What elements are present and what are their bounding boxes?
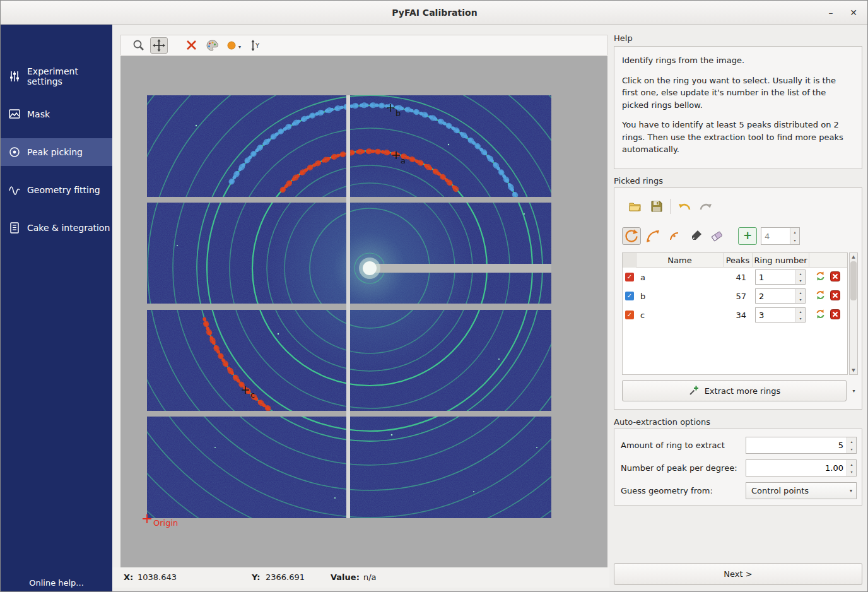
extract-plus-icon	[688, 385, 700, 396]
spin-down-icon[interactable]: ▾	[847, 446, 856, 454]
new-ring-number-input[interactable]	[761, 228, 790, 244]
table-row[interactable]: ✓ a 41 ▴▾	[623, 268, 847, 287]
scrollbar-thumb[interactable]	[850, 261, 857, 300]
header-peaks: Peaks	[724, 253, 753, 268]
add-ring-button[interactable]: +	[738, 227, 757, 245]
pick-full-ring-tool[interactable]	[622, 227, 641, 245]
refresh-icon	[815, 271, 826, 281]
table-row[interactable]: ✓ b 57 ▴▾	[623, 287, 847, 305]
table-header-row: Name Peaks Ring number	[623, 253, 847, 268]
online-help-link[interactable]: Online help...	[1, 578, 112, 588]
close-button[interactable]: ✕	[843, 1, 864, 25]
check-icon: ✓	[625, 311, 634, 319]
spin-down-icon[interactable]: ▾	[796, 277, 805, 284]
ring-number-input[interactable]	[756, 308, 795, 322]
ring-visible-checkbox[interactable]: ✓	[625, 273, 634, 281]
status-y-label: Y:	[252, 567, 260, 588]
eraser-tool[interactable]	[708, 227, 727, 245]
crosshair-color-button[interactable]	[183, 37, 201, 54]
delete-icon	[830, 271, 840, 281]
minimize-button[interactable]: –	[821, 1, 841, 25]
folder-open-icon	[628, 199, 642, 213]
arc-tool-icon	[645, 228, 660, 244]
peak-per-degree-label: Number of peak per degree:	[621, 459, 737, 477]
refresh-ring-button[interactable]	[815, 271, 826, 283]
help-paragraph: You have to identify at least 5 peaks di…	[622, 119, 854, 156]
sidebar-item-label: Peak picking	[27, 147, 83, 157]
table-scrollbar[interactable]: ▲ ▼	[849, 252, 858, 375]
pan-tool-button[interactable]	[150, 37, 168, 54]
ring-label-c: c	[250, 390, 255, 400]
ring-name: c	[636, 311, 724, 320]
help-title: Help	[614, 33, 633, 43]
pick-arc-tool[interactable]	[643, 227, 662, 245]
extract-options-caret-icon[interactable]: ▾	[849, 380, 859, 401]
status-x-label: X:	[124, 567, 133, 588]
auto-extraction-title: Auto-extraction options	[614, 417, 710, 427]
save-ring-file-button[interactable]	[648, 199, 665, 214]
ring-visible-checkbox[interactable]: ✓	[625, 292, 634, 300]
scroll-up-icon[interactable]: ▲	[850, 253, 857, 261]
spin-up-icon[interactable]: ▴	[790, 228, 799, 236]
zoom-tool-button[interactable]	[130, 37, 148, 54]
refresh-ring-button[interactable]	[815, 290, 826, 302]
sidebar-item-peak-picking[interactable]: Peak picking	[1, 138, 112, 166]
magnifier-icon	[132, 38, 146, 52]
check-icon: ✓	[625, 292, 634, 300]
delete-ring-button[interactable]	[830, 290, 840, 302]
ring-number-spinbox: ▴▾	[755, 288, 806, 304]
spin-up-icon[interactable]: ▴	[847, 437, 856, 446]
diffraction-plot[interactable]: a b c Origin	[120, 56, 607, 567]
y-axis-orientation-button[interactable]: Y	[247, 37, 265, 54]
spin-down-icon[interactable]: ▾	[790, 236, 799, 244]
help-box: Identify rings from the image. Click on …	[614, 46, 862, 169]
combobox-caret-icon: ▾	[850, 488, 852, 494]
peak-per-degree-input[interactable]	[746, 460, 847, 476]
ring-number-input[interactable]	[756, 270, 795, 284]
header-checkbox-column	[623, 253, 636, 268]
spin-down-icon[interactable]: ▾	[796, 296, 805, 303]
colormap-button[interactable]	[203, 37, 221, 54]
pick-pencil-tool[interactable]	[686, 227, 705, 245]
scroll-down-icon[interactable]: ▼	[850, 367, 857, 374]
refresh-ring-button[interactable]	[815, 309, 826, 321]
sidebar-item-experiment-settings[interactable]: Experiment settings	[1, 62, 112, 90]
ring-visible-checkbox[interactable]: ✓	[625, 311, 634, 319]
ring-amount-label: Amount of ring to extract	[621, 437, 725, 454]
open-ring-file-button[interactable]	[627, 199, 643, 214]
ring-peak-count: 57	[724, 292, 753, 301]
status-value-label: Value:	[331, 567, 360, 588]
ring-amount-input[interactable]	[746, 437, 847, 453]
delete-ring-button[interactable]	[830, 309, 840, 321]
spin-down-icon[interactable]: ▾	[847, 468, 856, 477]
spin-up-icon[interactable]: ▴	[796, 308, 805, 315]
help-paragraph: Identify rings from the image.	[622, 54, 854, 67]
extract-more-rings-label: Extract more rings	[705, 386, 781, 396]
extract-more-rings-button[interactable]: Extract more rings	[622, 380, 847, 401]
marker-style-caret-icon[interactable]: ▾	[238, 44, 241, 50]
target-icon	[8, 146, 21, 158]
pen-icon	[688, 228, 703, 244]
table-row[interactable]: ✓ c 34 ▴▾	[623, 305, 847, 324]
beam-center	[363, 261, 377, 275]
redo-button[interactable]	[698, 199, 714, 214]
spin-up-icon[interactable]: ▴	[796, 270, 805, 277]
move-arrows-icon	[152, 38, 166, 52]
toolbar-separator	[670, 199, 671, 214]
sidebar-item-cake-integration[interactable]: Cake & integration	[1, 214, 112, 242]
ring-number-input[interactable]	[756, 289, 795, 303]
delete-ring-button[interactable]	[830, 271, 840, 283]
palette-icon	[205, 38, 219, 52]
delete-icon	[830, 309, 840, 319]
sidebar-item-mask[interactable]: Mask	[1, 100, 112, 128]
picked-rings-table: Name Peaks Ring number ✓ a 41 ▴▾	[622, 252, 848, 375]
spin-up-icon[interactable]: ▴	[796, 289, 805, 296]
picked-rings-title: Picked rings	[614, 176, 663, 186]
undo-button[interactable]	[676, 199, 693, 214]
spin-down-icon[interactable]: ▾	[796, 315, 805, 322]
spin-up-icon[interactable]: ▴	[847, 460, 856, 468]
next-button[interactable]: Next >	[614, 563, 862, 585]
pick-point-tool[interactable]	[665, 227, 684, 245]
sidebar-item-geometry-fitting[interactable]: Geometry fitting	[1, 176, 112, 204]
guess-geometry-combobox[interactable]: Control points ▾	[746, 482, 857, 499]
